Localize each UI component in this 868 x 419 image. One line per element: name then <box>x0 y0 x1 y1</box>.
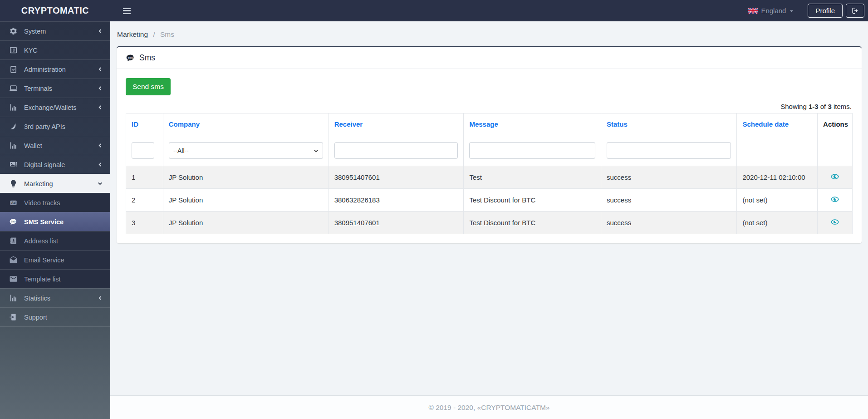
sms-bubble-icon: SMS <box>126 53 135 63</box>
sms-table: ID Company Receiver Message Status Sched… <box>126 113 853 234</box>
message-filter-input[interactable] <box>469 142 595 159</box>
table-row: 1JP Solution380951407601Testsuccess2020-… <box>126 166 853 189</box>
summary-range: 1-3 <box>809 103 819 110</box>
sidebar-item-statistics[interactable]: Statistics <box>0 288 110 307</box>
sidebar-item-label: Statistics <box>24 295 50 302</box>
column-header-actions: Actions <box>818 113 853 135</box>
panel-header: SMS Sms <box>117 47 862 69</box>
svg-text:Ad: Ad <box>11 201 15 205</box>
company-filter-select[interactable]: --All-- <box>169 142 323 159</box>
filter-row: --All-- <box>126 135 853 166</box>
column-header-receiver[interactable]: Receiver <box>329 113 464 135</box>
sms-bubble-icon: SMS <box>8 217 18 227</box>
cell-status: success <box>601 166 737 189</box>
column-header-id[interactable]: ID <box>126 113 163 135</box>
sidebar-item-exchange-wallets[interactable]: Exchange/Wallets <box>0 98 110 117</box>
cell-actions <box>818 166 853 189</box>
sidebar-item-wallet[interactable]: Wallet <box>0 136 110 155</box>
sidebar-item-3rd-party-apis[interactable]: 3rd party APIs <box>0 117 110 136</box>
sidebar-item-email-service[interactable]: Email Service <box>0 250 110 269</box>
language-label: England <box>761 7 786 15</box>
sidebar-item-label: Video tracks <box>24 199 60 207</box>
sidebar-item-label: Marketing <box>24 180 53 187</box>
logout-icon <box>851 7 859 15</box>
cell-actions <box>818 189 853 212</box>
ad-icon: Ad <box>8 198 18 207</box>
sidebar-item-address-list[interactable]: Address list <box>0 231 110 250</box>
cell-receiver: 380632826183 <box>329 189 464 212</box>
sidebar-item-label: Email Service <box>24 256 64 264</box>
view-eye-button[interactable] <box>829 173 840 181</box>
chevron-left-icon <box>97 104 103 110</box>
fin-icon <box>8 122 18 131</box>
sidebar-item-support[interactable]: Support <box>0 307 110 326</box>
cell-status: success <box>601 212 737 234</box>
chevron-left-icon <box>97 143 103 148</box>
sidebar-item-label: Template list <box>24 276 61 283</box>
receiver-filter-input[interactable] <box>334 142 458 159</box>
gear-icon <box>8 27 18 36</box>
cell-id: 2 <box>126 189 163 212</box>
sidebar-item-label: 3rd party APIs <box>24 123 65 130</box>
address-book-icon <box>8 237 18 246</box>
email-open-icon <box>8 256 18 265</box>
copyright-text: © 2019 - 2020, «CRYPTOMATICATM» <box>429 404 550 412</box>
cell-message: Test Discount for BTC <box>464 212 601 234</box>
id-filter-input[interactable] <box>132 142 154 159</box>
sidebar-item-digital-signale[interactable]: Digital signale <box>0 155 110 174</box>
cell-company: JP Solution <box>163 189 329 212</box>
cell-schedule-date: (not set) <box>737 189 818 212</box>
sidebar-item-sms-service[interactable]: SMSSMS Service <box>0 212 110 231</box>
column-header-status[interactable]: Status <box>601 113 737 135</box>
sms-panel: SMS Sms Send sms Showing 1-3 of 3 items.… <box>117 46 862 243</box>
sidebar-item-label: Wallet <box>24 142 42 149</box>
cell-receiver: 380951407601 <box>329 166 464 189</box>
cell-actions <box>818 212 853 234</box>
cell-schedule-date: (not set) <box>737 212 818 234</box>
sidebar-item-template-list[interactable]: Template list <box>0 269 110 288</box>
brand-box: CRYPTOMATIC <box>0 5 110 16</box>
chevron-left-icon <box>97 162 103 168</box>
cell-message: Test <box>464 166 601 189</box>
laptop-icon <box>8 84 18 93</box>
chevron-down-icon <box>97 181 103 187</box>
view-eye-button[interactable] <box>829 195 840 203</box>
main-content: Marketing / Sms SMS Sms Send sms Showing… <box>110 0 868 419</box>
view-eye-button[interactable] <box>829 218 840 226</box>
chevron-left-icon <box>97 66 103 72</box>
send-sms-button[interactable]: Send sms <box>126 78 171 95</box>
cell-company: JP Solution <box>163 166 329 189</box>
profile-button[interactable]: Profile <box>808 4 843 18</box>
clipboard-check-icon <box>8 65 18 74</box>
actions-filter-cell <box>818 135 853 166</box>
hamburger-menu-icon[interactable] <box>121 6 132 16</box>
chevron-left-icon <box>97 295 103 301</box>
sidebar-item-terminals[interactable]: Terminals <box>0 79 110 98</box>
table-row: 2JP Solution380632826183Test Discount fo… <box>126 189 853 212</box>
breadcrumb-current: Sms <box>160 30 174 38</box>
sidebar-item-label: Support <box>24 314 47 321</box>
column-header-company[interactable]: Company <box>163 113 329 135</box>
svg-text:SMS: SMS <box>11 221 15 223</box>
sidebar-item-marketing[interactable]: Marketing <box>0 174 110 193</box>
brand-logo[interactable]: CRYPTOMATIC <box>21 5 89 16</box>
sidebar-item-label: Exchange/Wallets <box>24 104 77 111</box>
breadcrumb-marketing-link[interactable]: Marketing <box>117 30 148 38</box>
summary-total: 3 <box>828 103 831 110</box>
sidebar-item-administration[interactable]: Administration <box>0 59 110 79</box>
panel-title: Sms <box>139 53 155 63</box>
breadcrumb: Marketing / Sms <box>110 21 868 46</box>
bar-chart-icon <box>8 141 18 150</box>
column-header-schedule-date[interactable]: Schedule date <box>737 113 818 135</box>
sidebar-item-label: Digital signale <box>24 161 65 168</box>
sidebar-item-kyc[interactable]: KYC <box>0 40 110 59</box>
sidebar-item-video-tracks[interactable]: AdVideo tracks <box>0 193 110 212</box>
sidebar-item-system[interactable]: System <box>0 21 110 40</box>
logout-button[interactable] <box>846 4 864 18</box>
uk-flag-icon <box>748 8 758 14</box>
svg-text:SMS: SMS <box>128 56 133 59</box>
column-header-message[interactable]: Message <box>464 113 601 135</box>
status-filter-input[interactable] <box>607 142 731 159</box>
language-dropdown[interactable]: England <box>748 7 794 15</box>
sidebar-item-label: SMS Service <box>24 218 64 226</box>
